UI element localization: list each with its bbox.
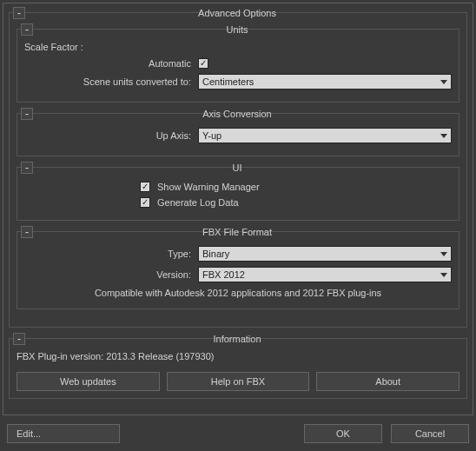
scene-units-select[interactable]: Centimeters bbox=[198, 74, 452, 90]
automatic-label: Automatic bbox=[24, 58, 198, 69]
scale-factor-label: Scale Factor : bbox=[24, 42, 452, 52]
collapse-advanced-icon[interactable]: - bbox=[13, 7, 25, 19]
type-select[interactable]: Binary bbox=[198, 246, 452, 262]
warning-label: Show Warning Manager bbox=[157, 182, 260, 192]
scene-units-value: Centimeters bbox=[202, 76, 254, 87]
cancel-button[interactable]: Cancel bbox=[391, 424, 469, 443]
help-button[interactable]: Help on FBX bbox=[167, 372, 310, 391]
chevron-down-icon bbox=[440, 252, 447, 256]
version-select[interactable]: FBX 2012 bbox=[198, 267, 452, 282]
chevron-down-icon bbox=[440, 134, 447, 138]
warning-checkbox[interactable] bbox=[140, 182, 150, 192]
type-label: Type: bbox=[24, 249, 198, 259]
plugin-version-text: FBX Plug-in version: 2013.3 Release (197… bbox=[17, 351, 459, 361]
version-label: Version: bbox=[24, 269, 198, 280]
ok-button[interactable]: OK bbox=[304, 424, 382, 443]
up-axis-label: Up Axis: bbox=[24, 130, 198, 141]
about-button[interactable]: About bbox=[316, 372, 459, 391]
scene-units-label: Scene units converted to: bbox=[24, 76, 198, 87]
info-title: Information bbox=[25, 334, 466, 344]
chevron-down-icon bbox=[440, 80, 447, 84]
chevron-down-icon bbox=[440, 273, 447, 277]
collapse-axis-icon[interactable]: - bbox=[21, 108, 33, 120]
ui-group: - UI Show Warning Manager Generate Log D… bbox=[17, 167, 459, 221]
type-value: Binary bbox=[202, 249, 229, 259]
info-group: - Information FBX Plug-in version: 2013.… bbox=[9, 338, 467, 399]
collapse-info-icon[interactable]: - bbox=[13, 333, 25, 345]
fbx-title: FBX File Format bbox=[33, 227, 459, 237]
collapse-fbx-icon[interactable]: - bbox=[21, 226, 33, 238]
compat-text: Compatible with Autodesk 2012 applicatio… bbox=[24, 288, 452, 298]
footer-bar: Edit... OK Cancel bbox=[0, 421, 476, 450]
edit-button[interactable]: Edit... bbox=[7, 424, 120, 443]
advanced-options-group: - Advanced Options - Units Scale Factor … bbox=[9, 12, 467, 328]
collapse-ui-icon[interactable]: - bbox=[21, 162, 33, 174]
main-panel: - Advanced Options - Units Scale Factor … bbox=[3, 3, 473, 415]
web-updates-button[interactable]: Web updates bbox=[17, 372, 160, 391]
axis-title: Axis Conversion bbox=[33, 109, 459, 119]
log-checkbox[interactable] bbox=[140, 197, 150, 208]
up-axis-value: Y-up bbox=[202, 130, 221, 141]
advanced-options-title: Advanced Options bbox=[25, 8, 466, 18]
log-label: Generate Log Data bbox=[157, 197, 239, 208]
axis-group: - Axis Conversion Up Axis: Y-up bbox=[17, 113, 459, 156]
up-axis-select[interactable]: Y-up bbox=[198, 128, 452, 143]
collapse-units-icon[interactable]: - bbox=[21, 23, 33, 36]
units-group: - Units Scale Factor : Automatic Scene u… bbox=[17, 29, 459, 103]
version-value: FBX 2012 bbox=[202, 269, 245, 280]
fbx-group: - FBX File Format Type: Binary Version: … bbox=[17, 231, 459, 309]
automatic-checkbox[interactable] bbox=[198, 58, 208, 69]
units-title: Units bbox=[33, 24, 459, 35]
ui-title: UI bbox=[33, 162, 459, 173]
